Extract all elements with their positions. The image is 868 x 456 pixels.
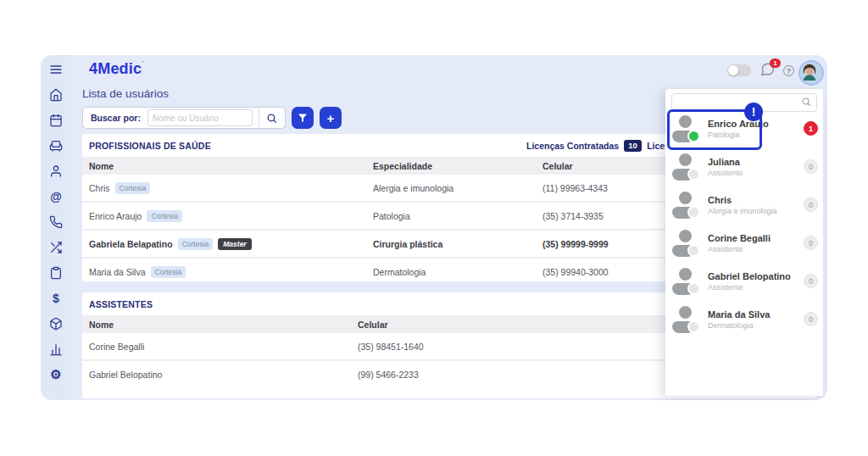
logo-rest: edic [110, 60, 142, 77]
cell-nome: Corine Begalli [82, 342, 358, 352]
menu-icon[interactable] [49, 63, 64, 76]
contact-info: Enrico AraujoPatologia [708, 119, 804, 139]
contact-name: Gabriel Belopatino [708, 271, 804, 281]
cell-nome: Enrico AraujoCortesia [82, 210, 373, 222]
waiting-room-icon[interactable] [49, 139, 64, 153]
calendar-icon[interactable] [49, 114, 64, 127]
cell-celular: (35) 99999-9999 [542, 239, 609, 249]
cell-especialidade: Alergia e imunologia [373, 183, 542, 193]
contact-name: Corine Begalli [708, 233, 804, 243]
search-icon [801, 95, 811, 110]
column-header-celular: Celular [542, 161, 573, 171]
column-header-especialidade: Especialidade [373, 161, 542, 171]
contact-name: Chris [708, 195, 804, 205]
logo-mark: ˙ [142, 60, 144, 68]
status-dot [687, 282, 700, 295]
column-header-celular: Celular [358, 320, 388, 330]
contact-list: Enrico AraujoPatologia1JulianaAssistente… [665, 109, 823, 338]
contact-subtitle: Assistente [708, 169, 804, 177]
contact-item[interactable]: Corine BegalliAssistente0 [665, 224, 823, 262]
licenses-contracted-label: Licenças Contratadas [526, 141, 619, 151]
status-dot [687, 206, 700, 219]
cell-celular: (11) 99963-4343 [542, 183, 608, 193]
chat-unread-badge: 1 [770, 58, 781, 68]
contact-item[interactable]: Gabriel BelopatinoAssistente0 [665, 262, 823, 300]
cell-celular: (35) 98451-1640 [358, 342, 424, 352]
cell-celular: (99) 5466-2233 [358, 370, 419, 380]
contact-avatar-icon [672, 230, 699, 257]
filter-funnel-icon [298, 111, 308, 125]
contact-avatar-icon [672, 192, 699, 219]
app-logo: 4Medic˙ [89, 60, 144, 78]
contact-item[interactable]: JulianaAssistente0 [665, 147, 823, 186]
cell-especialidade: Dermatologia [373, 267, 542, 277]
inventory-icon[interactable] [49, 317, 64, 331]
toolbar: Buscar por: + [82, 107, 342, 129]
contact-avatar-icon [672, 153, 699, 181]
status-dot [687, 244, 700, 257]
status-dot [687, 168, 700, 181]
contact-subtitle: Assistente [708, 245, 804, 253]
contact-unread-badge: 0 [804, 159, 818, 174]
contact-info: Corine BegalliAssistente [708, 233, 804, 253]
messages-icon[interactable]: @ [49, 190, 64, 203]
professionals-section-title: PROFISSIONAIS DE SAÚDE [89, 141, 211, 151]
contact-avatar-icon [672, 306, 699, 333]
user-avatar[interactable] [798, 60, 824, 86]
master-badge: Master [218, 238, 251, 250]
assistants-section-title: ASSISTENTES [89, 299, 153, 309]
assistant-name: Gabriel Belopatino [89, 370, 162, 380]
contact-unread-badge: 0 [804, 274, 818, 288]
search-button[interactable] [259, 108, 285, 128]
licenses-info: Licenças Contratadas 10 Licença [526, 134, 680, 157]
contact-avatar-icon [672, 268, 699, 295]
cortesia-badge: Cortesia [151, 266, 186, 278]
search-input[interactable] [147, 109, 253, 126]
contact-unread-badge: 0 [804, 197, 818, 212]
column-header-nome: Nome [82, 320, 358, 330]
add-user-button[interactable]: + [320, 107, 342, 129]
contact-info: Gabriel BelopatinoAssistente [708, 271, 804, 292]
professional-name: Gabriela Belapatino [89, 239, 173, 249]
contact-item[interactable]: Maria da SilvaDermatologia0 [665, 300, 823, 338]
chat-notifications-button[interactable]: 1 [760, 62, 778, 79]
cell-especialidade: Cirurgia plástica [373, 239, 542, 249]
logo-bold: 4M [89, 60, 110, 77]
help-button[interactable]: ? [783, 65, 794, 76]
home-icon[interactable] [49, 88, 64, 102]
phone-icon[interactable] [49, 215, 64, 229]
theme-toggle[interactable] [727, 64, 751, 76]
licenses-contracted-badge: 10 [624, 140, 642, 152]
search-box: Buscar por: [82, 107, 286, 129]
contact-unread-badge: 1 [804, 121, 818, 136]
patients-icon[interactable] [49, 164, 64, 178]
financial-icon[interactable]: $ [49, 292, 64, 305]
column-header-nome: Nome [82, 161, 373, 171]
contact-subtitle: Assistente [708, 283, 804, 292]
contact-info: Maria da SilvaDermatologia [708, 309, 804, 330]
professional-name: Enrico Araujo [89, 211, 142, 221]
contact-item[interactable]: ChrisAlergia e imunologia0 [665, 186, 823, 224]
settings-icon[interactable]: ⚙ [49, 368, 64, 381]
contact-name: Maria da Silva [708, 309, 804, 320]
records-icon[interactable] [49, 266, 64, 280]
professional-name: Chris [89, 183, 110, 193]
contact-info: ChrisAlergia e imunologia [708, 195, 804, 215]
cortesia-badge: Cortesia [178, 238, 214, 250]
search-label: Buscar por: [91, 113, 141, 123]
contact-name: Enrico Araujo [708, 119, 804, 129]
status-dot [687, 320, 700, 333]
contact-subtitle: Patologia [708, 131, 804, 139]
contact-unread-badge: 0 [804, 236, 818, 250]
contact-item[interactable]: Enrico AraujoPatologia1 [665, 109, 823, 147]
page-title: Lista de usuários [82, 87, 169, 100]
filter-button[interactable] [292, 107, 314, 129]
contact-name: Juliana [708, 157, 804, 167]
sidebar: @$⚙ [41, 55, 71, 400]
contact-unread-badge: 0 [804, 312, 818, 326]
reports-icon[interactable] [49, 342, 64, 356]
cell-nome: Gabriel Belopatino [82, 370, 358, 380]
cell-nome: ChrisCortesia [82, 182, 373, 194]
referrals-icon[interactable] [49, 241, 64, 254]
contact-avatar-icon [672, 115, 699, 142]
